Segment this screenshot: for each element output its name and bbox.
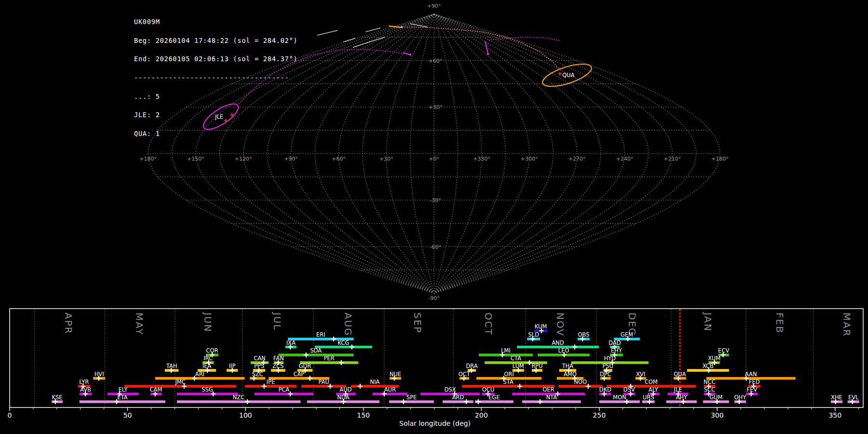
meteor-trail-solid-JLE [485,41,488,54]
shower-label-OHY: OHY [734,394,747,401]
shower-label-SDA: SDA [310,347,322,354]
shower-label-COM: COM [645,379,658,385]
jle-count: JLE: 2 [134,112,298,118]
sporadic-meteor-track [343,38,355,42]
x-tick-label-350: 350 [828,411,841,419]
peak-marker-ERI [331,337,336,341]
shower-label-CAP: CAP [293,371,304,378]
shower-label-SSG: SSG [202,386,213,393]
meteor-trail-tip-JLE [409,54,411,55]
shower-label-ETA: ETA [117,394,127,401]
shower-label-EHY: EHY [611,347,623,354]
shower-label-FAN: FAN [273,355,284,362]
shower-label-ARI: ARI [195,371,204,378]
shower-label-JLE: JLE [674,386,682,393]
activity-timeline: APRMAYJUNJULAUGSEPOCTNOVDECJANFEBMARKUME… [8,309,863,427]
x-tick-label-150: 150 [357,411,370,419]
shower-label-PCA: PCA [278,386,289,393]
longitude-label: +150° [187,156,204,162]
longitude-label: +240° [616,156,633,162]
shower-label-ECV: ECV [718,347,729,354]
shower-label-PAU: PAU [318,379,329,385]
shower-label-AAN: AAN [745,371,757,378]
shower-label-NCC: NCC [704,379,716,385]
radiant-mark-QUA [558,72,562,76]
shower-label-FEV: FEV [747,386,758,393]
shower-label-AVB: AVB [80,386,91,393]
peak-marker-EGE [476,399,481,404]
x-tick-label-300: 300 [711,411,724,419]
shower-label-LEO: LEO [558,347,570,354]
shower-label-MON: MON [613,394,626,401]
shower-label-NZC: NZC [233,394,245,401]
shower-label-FED: FED [749,379,760,385]
latitude-label: +30° [429,104,443,110]
month-label-JUN: JUN [202,312,214,333]
x-tick-label-200: 200 [475,411,488,419]
shower-label-LYR: LYR [79,379,89,385]
shower-label-IXA: IXA [286,339,296,346]
peak-marker-AND [572,345,577,350]
shower-label-GUM: GUM [709,394,722,401]
shower-label-ERI: ERI [316,331,326,338]
shower-label-ORI: ORI [504,371,514,378]
shower-label-ALY: ALY [649,386,659,393]
shower-label-PPS: PPS [254,363,264,369]
peak-marker-STA [517,384,522,389]
shower-label-OBS: OBS [578,331,589,338]
shower-label-NIA: NIA [370,379,380,385]
peak-marker-SPE [401,399,406,404]
shower-label-ZCS: ZCS [272,363,284,369]
month-label-JUL: JUL [271,312,283,331]
pole-label-south: -90° [428,295,439,301]
shower-label-EGE: EGE [488,394,500,401]
longitude-label: +60° [332,156,346,162]
separator-line: ------------------------------------ [134,75,298,81]
peak-marker-NIA [358,384,363,389]
shower-label-PSU: PSU [602,363,613,369]
month-label-NOV: NOV [555,312,566,337]
shower-label-NDA: NDA [337,394,349,401]
peak-marker-NTA [538,399,542,404]
shower-label-SCC: SCC [704,386,715,393]
shower-label-AHY: AHY [676,394,688,401]
shower-label-COR: COR [206,347,218,354]
shower-label-DRA: DRA [466,363,477,369]
x-tick-label-50: 50 [123,411,132,419]
shower-label-GDR: GDR [298,363,311,369]
longitude-label: +270° [569,156,586,162]
sporadic-meteor-track [317,30,338,35]
info-panel: UK009M Beg: 20260104 17:48:22 (sol = 284… [134,6,298,143]
shower-label-IPE: IPE [267,379,275,385]
shower-label-XUM: XUM [708,355,720,362]
peak-marker-CAP [308,376,312,381]
longitude-label: +210° [664,156,681,162]
longitude-label: +180° [139,156,157,162]
shower-label-ELY: ELY [118,386,128,393]
latitude-label: +60° [429,58,443,64]
shower-label-CTA: CTA [511,355,521,362]
shower-label-AUD: AUD [339,386,352,393]
shower-label-DSV: DSV [624,386,635,393]
month-label-MAY: MAY [134,312,145,336]
shower-label-QUA: QUA [674,371,686,378]
shower-label-EVL: EVL [848,394,859,401]
x-tick-label-250: 250 [593,411,606,419]
month-label-MAR: MAR [841,312,853,337]
peak-marker-KCG [350,345,354,350]
shower-label-URS: URS [643,394,654,401]
peak-marker-PER [339,360,344,365]
shower-label-ARD: ARD [452,394,464,401]
meteor-trail-solid-QUA [389,26,402,27]
shower-label-IEA: IEA [203,363,212,369]
shower-label-DAD: DAD [609,339,621,346]
shower-label-OCU: OCU [482,386,495,393]
end-time-line: End: 20260105 02:06:13 (sol = 284.37°) [134,56,298,62]
shower-label-LUM: LUM [513,363,524,369]
shower-label-AUR: AUR [384,386,396,393]
peak-marker-NZC [245,399,250,404]
shower-label-KSE: KSE [52,394,63,401]
sporadic-meteor-track [353,37,385,47]
shower-label-DKD: DKD [599,386,611,393]
shower-label-RPU: RPU [531,363,542,369]
